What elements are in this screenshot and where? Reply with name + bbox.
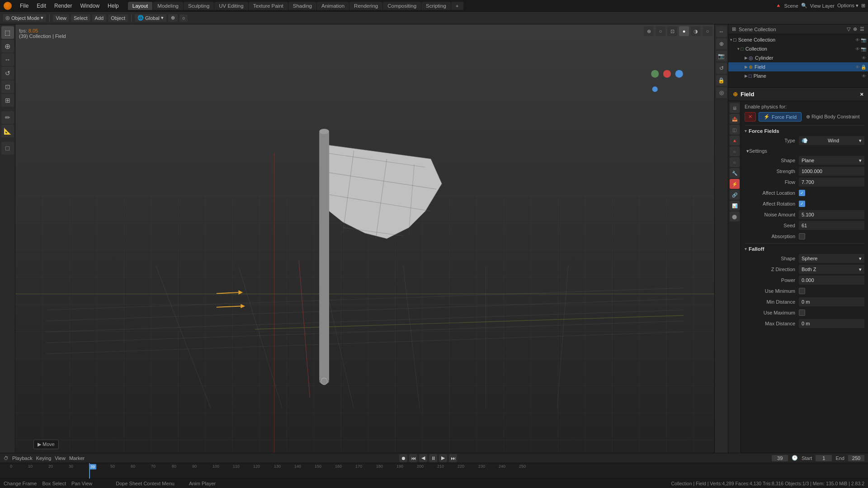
play-pause-btn[interactable]: ⏸ (429, 454, 437, 462)
scale-tool[interactable]: ⊡ (1, 80, 14, 93)
tree-cylinder[interactable]: ▶ ◎ Cylinder 👁 (728, 53, 868, 62)
tab-layout[interactable]: Layout (128, 2, 153, 10)
select-box-tool[interactable]: ⬚ (1, 26, 14, 39)
viewport-orbit-btn[interactable]: ↺ (716, 63, 727, 74)
add-cube-tool[interactable]: □ (1, 142, 14, 155)
options-btn[interactable]: Options ▾ (837, 3, 859, 9)
tab-world[interactable]: ○ (730, 146, 740, 156)
tree-plane[interactable]: ▶ □ Plane 👁 (728, 71, 868, 80)
visibility-icon[interactable]: 👁 (855, 38, 860, 42)
tab-object[interactable]: ○ (730, 157, 740, 167)
mode-selector[interactable]: ◎ Object Mode ▾ (3, 14, 46, 22)
menu-help[interactable]: Help (104, 2, 123, 10)
marker-menu[interactable]: Marker (69, 455, 85, 461)
select-menu[interactable]: Select (71, 14, 90, 22)
current-frame-input[interactable]: 39 (772, 455, 788, 461)
snap-btn[interactable]: ⊕ (168, 14, 178, 22)
viewport-shading-render[interactable]: ○ (703, 26, 712, 36)
tab-physics[interactable]: ⚡ (730, 179, 740, 189)
min-distance-value[interactable]: 0 m (799, 297, 864, 306)
outliner-filter-icon[interactable]: ▽ (847, 26, 850, 32)
timeline-track[interactable]: 0 10 20 30 39 50 60 70 80 90 100 110 120… (0, 463, 868, 479)
power-value[interactable]: 0.000 (799, 276, 864, 285)
tab-material[interactable]: ⬤ (730, 211, 740, 221)
render-icon[interactable]: 📷 (861, 38, 866, 42)
plane-vis-icon[interactable]: 👁 (862, 74, 866, 79)
transform-selector[interactable]: 🌐 Global ▾ (135, 14, 166, 22)
seed-value[interactable]: 61 (799, 221, 864, 230)
annotate-tool[interactable]: ✏ (1, 111, 14, 124)
tab-uv-editing[interactable]: UV Editing (214, 2, 248, 10)
proportional-btn[interactable]: ○ (179, 14, 188, 22)
noise-amount-value[interactable]: 5.100 (799, 210, 864, 219)
tab-rendering[interactable]: Rendering (349, 2, 382, 10)
viewport-zoom-btn[interactable]: ⊕ (716, 38, 727, 49)
props-close-btn[interactable]: × (860, 91, 863, 98)
field-vis-icon[interactable]: 👁 (855, 65, 860, 70)
tree-scene-collection[interactable]: ▾ □ Scene Collection 👁 📷 (728, 35, 868, 44)
viewport-axis-btn[interactable]: ◎ (716, 87, 727, 98)
prev-frame-btn[interactable]: ◀ (419, 454, 427, 462)
record-btn[interactable]: ⏺ (399, 454, 407, 462)
shape-dropdown[interactable]: Plane ▾ (799, 156, 864, 165)
menu-window[interactable]: Window (76, 2, 103, 10)
affect-rotation-checkbox[interactable]: ✓ (799, 201, 805, 207)
tab-scripting[interactable]: Scripting (421, 2, 451, 10)
tab-modifier[interactable]: 🔧 (730, 168, 740, 178)
end-frame-input[interactable]: 250 (848, 455, 864, 461)
type-dropdown[interactable]: 💨 Wind ▾ (799, 136, 864, 145)
menu-render[interactable]: Render (51, 2, 75, 10)
jump-end-btn[interactable]: ⏭ (449, 454, 457, 462)
jump-start-btn[interactable]: ⏮ (409, 454, 417, 462)
field-lock-icon[interactable]: 🔒 (861, 65, 866, 70)
add-menu[interactable]: Add (92, 14, 107, 22)
move-tool[interactable]: ↔ (1, 53, 14, 66)
viewport-pan-btn[interactable]: ↔ (716, 26, 727, 37)
use-maximum-checkbox[interactable] (799, 310, 805, 316)
tab-add[interactable]: + (451, 2, 463, 10)
measure-tool[interactable]: 📐 (1, 125, 14, 137)
viewport[interactable]: fps: 8.05 (39) Collection | Field (15, 24, 714, 453)
z-direction-dropdown[interactable]: Both Z ▾ (799, 265, 864, 274)
search-icon[interactable]: 🔍 (801, 3, 807, 9)
viewport-lock-btn[interactable]: 🔒 (716, 75, 727, 86)
next-frame-btn[interactable]: ▶ (439, 454, 447, 462)
viewport-camera-btn[interactable]: 📷 (716, 51, 727, 61)
tree-collection[interactable]: ▾ □ Collection 👁 📷 (728, 44, 868, 53)
use-minimum-checkbox[interactable] (799, 288, 805, 294)
falloff-section-header[interactable]: ▾ Falloff (745, 246, 864, 252)
tab-modeling[interactable]: Modeling (153, 2, 183, 10)
outliner-settings-icon[interactable]: ☰ (860, 26, 864, 32)
playback-menu[interactable]: Playback (12, 455, 33, 461)
tab-view-layer[interactable]: ◫ (730, 125, 740, 135)
menu-file[interactable]: File (16, 2, 32, 10)
viewport-gizmo-toggle[interactable]: ⊕ (644, 26, 654, 36)
affect-location-checkbox[interactable]: ✓ (799, 190, 805, 196)
tab-constraints[interactable]: 🔗 (730, 190, 740, 200)
force-fields-section-header[interactable]: ▾ Force Fields (745, 128, 864, 134)
menu-edit[interactable]: Edit (33, 2, 50, 10)
force-field-btn[interactable]: ⚡ Force Field (759, 112, 802, 122)
cyl-vis-icon[interactable]: 👁 (862, 56, 866, 61)
view-menu[interactable]: View (53, 14, 69, 22)
filter-icon[interactable]: ⊞ (861, 3, 865, 9)
strength-value[interactable]: 1000.000 (799, 167, 864, 176)
tab-sculpting[interactable]: Sculpting (184, 2, 214, 10)
tab-texture-paint[interactable]: Texture Paint (249, 2, 288, 10)
viewport-shading-material[interactable]: ◑ (691, 26, 701, 36)
coll-render-icon[interactable]: 📷 (861, 47, 866, 52)
tab-render[interactable]: 🖥 (730, 103, 740, 113)
timeline-cursor[interactable] (89, 463, 90, 479)
tab-compositing[interactable]: Compositing (383, 2, 421, 10)
max-distance-value[interactable]: 0 m (799, 319, 864, 328)
outliner-add-icon[interactable]: ⊕ (853, 26, 857, 32)
rigid-body-label[interactable]: ⊕ Rigid Body Constraint (806, 114, 859, 120)
object-menu[interactable]: Object (108, 14, 128, 22)
absorption-checkbox[interactable] (799, 233, 805, 239)
view-menu[interactable]: View (55, 455, 66, 461)
viewport-shading-solid[interactable]: ● (679, 26, 689, 36)
tab-shading[interactable]: Shading (288, 2, 316, 10)
viewport-overlays-toggle[interactable]: ○ (656, 26, 665, 36)
cursor-tool[interactable]: ⊕ (1, 40, 14, 52)
start-frame-input[interactable]: 1 (816, 455, 832, 461)
